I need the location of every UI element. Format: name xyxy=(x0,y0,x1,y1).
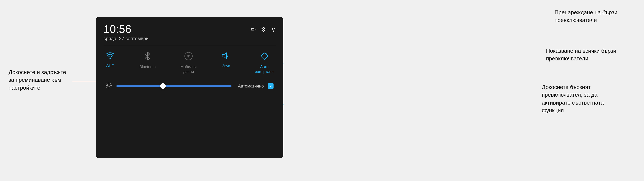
slider-thumb[interactable] xyxy=(160,83,166,89)
svg-line-18 xyxy=(107,83,107,84)
expand-icon[interactable]: ∨ xyxy=(271,26,276,33)
sound-label: Звук xyxy=(222,64,230,69)
brightness-slider[interactable] xyxy=(116,85,232,87)
mobile-data-toggle[interactable]: ① Мобилниданни xyxy=(180,52,197,75)
bluetooth-toggle[interactable]: Bluetooth xyxy=(139,52,156,69)
annotation-right-bot: Докоснете бързият превключвател, за да а… xyxy=(542,83,627,114)
annotation-right-top: Пренареждане на бързи превключватели xyxy=(554,9,627,24)
header-icons: ✏ ⚙ ∨ xyxy=(251,26,276,33)
settings-icon[interactable]: ⚙ xyxy=(261,26,266,33)
svg-text:①: ① xyxy=(187,54,190,58)
main-container: 10:56 сряда, 27 септември ✏ ⚙ ∨ xyxy=(0,0,644,181)
wifi-label: Wi-Fi xyxy=(106,64,114,69)
divider xyxy=(104,46,276,46)
svg-line-20 xyxy=(110,83,111,84)
svg-point-8 xyxy=(110,58,111,59)
auto-label: Автоматично xyxy=(238,84,264,89)
mobile-data-label: Мобилниданни xyxy=(180,64,197,75)
toggles-row: Wi-Fi Bluetooth ① Моби xyxy=(104,52,276,75)
svg-marker-11 xyxy=(222,53,226,59)
header-row: 10:56 сряда, 27 септември ✏ ⚙ ∨ xyxy=(104,24,276,41)
annotation-left: Докоснете и задръжте за преминаване към … xyxy=(8,68,68,92)
svg-line-21 xyxy=(107,87,107,88)
svg-point-13 xyxy=(107,84,110,87)
wifi-toggle[interactable]: Wi-Fi xyxy=(106,52,114,69)
brightness-icon xyxy=(106,82,112,90)
sound-icon xyxy=(221,52,230,62)
auto-rotate-icon xyxy=(260,52,269,62)
time-display: 10:56 xyxy=(104,24,148,35)
date-display: сряда, 27 септември xyxy=(104,36,148,41)
edit-icon[interactable]: ✏ xyxy=(251,26,256,33)
auto-rotate-toggle[interactable]: Автозавъртане xyxy=(255,52,274,75)
annotation-right-mid: Показване на всички бързи превключватели xyxy=(546,47,627,63)
sound-toggle[interactable]: Звук xyxy=(221,52,230,69)
bluetooth-label: Bluetooth xyxy=(139,64,156,69)
auto-rotate-label: Автозавъртане xyxy=(255,64,274,75)
time-block: 10:56 сряда, 27 септември xyxy=(104,24,148,41)
mobile-data-icon: ① xyxy=(184,52,193,62)
svg-line-19 xyxy=(110,87,111,88)
brightness-row: Автоматично ✓ xyxy=(104,82,276,90)
wifi-icon xyxy=(106,52,114,62)
bluetooth-icon xyxy=(144,52,150,62)
svg-rect-12 xyxy=(261,53,268,60)
auto-checkbox[interactable]: ✓ xyxy=(268,83,274,89)
phone-panel: 10:56 сряда, 27 септември ✏ ⚙ ∨ xyxy=(96,17,283,158)
